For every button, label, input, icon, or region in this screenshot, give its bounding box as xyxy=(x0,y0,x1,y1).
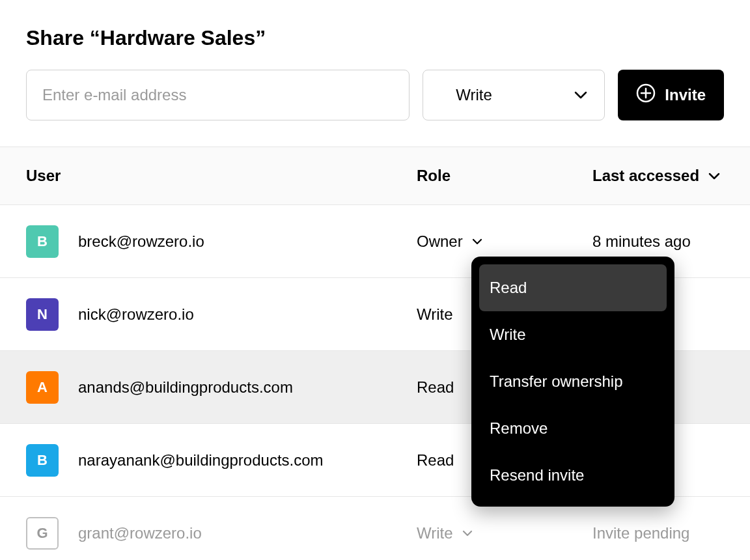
role-label: Owner xyxy=(417,232,463,251)
user-cell: Ggrant@rowzero.io xyxy=(26,517,417,550)
user-cell: Bnarayanank@buildingproducts.com xyxy=(26,444,417,477)
role-cell[interactable]: Write xyxy=(417,524,592,542)
permission-select-value: Write xyxy=(456,86,492,104)
user-cell: Bbreck@rowzero.io xyxy=(26,225,417,258)
user-email: anands@buildingproducts.com xyxy=(78,378,293,397)
user-email: breck@rowzero.io xyxy=(78,232,204,251)
menu-item-resend-invite[interactable]: Resend invite xyxy=(471,452,674,499)
role-label: Write xyxy=(417,305,453,324)
menu-item-transfer-ownership[interactable]: Transfer ownership xyxy=(471,358,674,405)
menu-item-remove[interactable]: Remove xyxy=(471,405,674,452)
chevron-down-icon xyxy=(574,91,587,99)
invite-button-label: Invite xyxy=(665,86,706,104)
chevron-down-icon xyxy=(708,173,720,180)
dialog-title: Share “Hardware Sales” xyxy=(26,26,724,50)
menu-item-write[interactable]: Write xyxy=(471,311,674,358)
last-accessed-value: Invite pending xyxy=(592,524,689,542)
avatar: A xyxy=(26,371,59,404)
table-header: User Role Last accessed xyxy=(0,147,750,205)
permission-select[interactable]: Write xyxy=(423,70,605,120)
avatar: B xyxy=(26,444,59,477)
last-accessed-value: 8 minutes ago xyxy=(592,232,691,251)
user-email: grant@rowzero.io xyxy=(78,524,202,542)
invite-row: Write Invite xyxy=(26,70,724,120)
role-dropdown-menu: ReadWriteTransfer ownershipRemoveResend … xyxy=(471,257,674,507)
header-last-accessed[interactable]: Last accessed xyxy=(592,167,724,185)
role-label: Read xyxy=(417,378,454,397)
plus-circle-icon xyxy=(636,83,656,107)
avatar: N xyxy=(26,298,59,331)
header-user: User xyxy=(26,167,417,185)
invite-button[interactable]: Invite xyxy=(618,70,724,120)
header-role: Role xyxy=(417,167,592,185)
user-cell: Nnick@rowzero.io xyxy=(26,298,417,331)
chevron-down-icon xyxy=(462,530,473,537)
email-input[interactable] xyxy=(26,70,410,120)
role-label: Read xyxy=(417,451,454,469)
user-email: narayanank@buildingproducts.com xyxy=(78,451,324,469)
header-last-label: Last accessed xyxy=(592,167,699,185)
avatar: G xyxy=(26,517,59,550)
chevron-down-icon xyxy=(472,238,482,245)
last-accessed-cell: 8 minutes ago xyxy=(592,232,724,251)
user-cell: Aanands@buildingproducts.com xyxy=(26,371,417,404)
avatar: B xyxy=(26,225,59,258)
role-label: Write xyxy=(417,524,453,542)
menu-item-read[interactable]: Read xyxy=(479,264,667,311)
role-cell[interactable]: Owner xyxy=(417,232,592,251)
last-accessed-cell: Invite pending xyxy=(592,524,724,542)
user-email: nick@rowzero.io xyxy=(78,305,194,324)
